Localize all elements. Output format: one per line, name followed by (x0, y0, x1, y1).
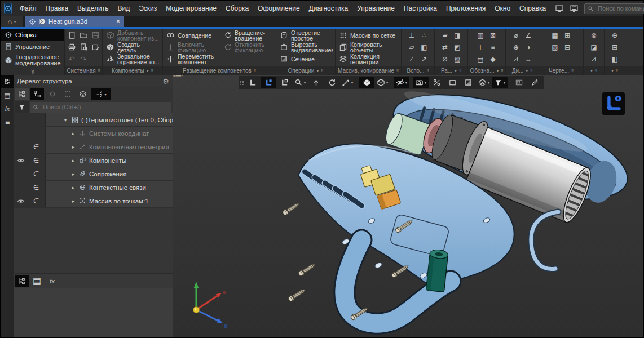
variables-panel-tab[interactable]: fx (1, 102, 14, 115)
tree-structure-view-button[interactable] (15, 88, 29, 100)
tool-icon[interactable]: ⊟ (561, 41, 574, 53)
clone-view-button[interactable] (445, 77, 460, 88)
home-tab-button[interactable]: ⌂ ▾ (1, 16, 23, 27)
cut-extrude-button[interactable]: Вырезать выдавливанием (278, 41, 333, 53)
tree-layers-button[interactable] (76, 88, 90, 100)
simple-hole-button[interactable]: Отверстие простое (278, 29, 333, 41)
tool-icon[interactable]: ◧ (608, 53, 621, 65)
teal-cylinder-part[interactable] (426, 249, 449, 292)
menu-applications[interactable]: Приложения (442, 1, 490, 16)
nose-ring-part[interactable] (531, 212, 558, 269)
menu-view[interactable]: Вид (113, 1, 134, 16)
geometry-collection-button[interactable]: Коллекция геометрии (337, 53, 399, 65)
tool-icon[interactable]: ▥ (474, 29, 487, 41)
group-label-extra-2[interactable]: ▾‼ (605, 66, 625, 75)
group-label-array[interactable]: Массив, копирование‼ (336, 66, 401, 75)
tree-row-layout-geometry[interactable]: ∈ ▸ Компоновочная геометрия (14, 140, 173, 154)
expand-icon[interactable]: ▸ (70, 144, 76, 150)
zoom-button[interactable]: ▾ (293, 77, 308, 88)
tool-icon[interactable]: ⊿ (510, 53, 522, 65)
menu-settings[interactable]: Настройка (399, 1, 442, 16)
tool-icon[interactable]: ◑ (522, 41, 535, 53)
rotate-view-button[interactable] (324, 77, 339, 88)
add-component-button[interactable]: Добавить компонент из... (104, 29, 161, 41)
tab-close-icon[interactable]: × (116, 17, 120, 25)
tool-icon[interactable]: ⊿ (587, 53, 601, 65)
tab-heat-gun[interactable]: Heat gun.a3d × (25, 16, 124, 27)
tool-icon[interactable]: ◧ (418, 41, 430, 53)
tree-grid-button[interactable] (60, 88, 74, 100)
menu-management[interactable]: Управление (352, 1, 399, 16)
tool-icon[interactable]: ↗ (418, 53, 430, 65)
enable-fixation-button[interactable]: Включить фиксацию (165, 41, 220, 53)
orient-up-button[interactable] (308, 77, 324, 88)
tree-row-coordinate-systems[interactable]: ▸ Системы координат (14, 127, 173, 140)
expand-icon[interactable]: ▸ (70, 131, 76, 136)
layers-button[interactable]: ▾ (477, 77, 492, 88)
group-label-auxiliary[interactable]: Вспо...‼ (402, 66, 434, 75)
tool-icon[interactable]: ⌀ (510, 29, 522, 41)
preview-button[interactable] (78, 41, 90, 53)
tree-search-input[interactable] (42, 103, 169, 111)
bottom-tab-spec[interactable]: ▤ (30, 275, 44, 287)
tree-display-options-button[interactable]: ▾ (91, 88, 111, 100)
tool-icon[interactable]: ⊕ (510, 41, 522, 53)
bottom-tab-variables[interactable]: fx (45, 275, 59, 287)
grid-array-button[interactable]: Массив по сетке (337, 29, 399, 41)
menu-sketch[interactable]: Эскиз (134, 1, 161, 16)
tree-relations-button[interactable] (45, 88, 59, 100)
move-component-button[interactable]: Переместить компонент (165, 53, 220, 65)
shaded-display-button[interactable] (359, 77, 374, 88)
tree-row-root[interactable]: ▾ (-)Термопистолет (Тел-0, Сборочных е (14, 113, 173, 127)
tool-icon[interactable]: ⊕ (608, 29, 621, 41)
menu-select[interactable]: Выделить (73, 1, 113, 16)
group-label-draft[interactable]: Черте...‼ (539, 66, 583, 75)
command-search-input[interactable] (597, 5, 644, 12)
expand-icon[interactable]: ▾ (63, 117, 68, 123)
hide-objects-button[interactable]: ▾ (394, 77, 409, 88)
wireframe-display-button[interactable]: ▾ (375, 77, 390, 88)
tree-row-context-links[interactable]: ∈ ▸ Контекстные связи (14, 181, 173, 194)
menu-assembly[interactable]: Сборка (221, 1, 253, 16)
open-document-button[interactable] (78, 29, 90, 41)
sketch-pencil-button[interactable] (527, 77, 542, 88)
group-label-system[interactable]: Системная‼ (65, 66, 102, 75)
save-button[interactable] (90, 29, 102, 41)
redo-button[interactable]: ↷ (78, 53, 90, 65)
screen-presets-icon[interactable] (568, 4, 580, 13)
tool-icon[interactable]: ⇄ (439, 41, 451, 53)
appearance-button[interactable] (461, 77, 476, 88)
tree-row-components[interactable]: ∈ ▸ Компоненты (14, 154, 173, 167)
tool-icon[interactable]: T (474, 41, 487, 53)
tool-icon[interactable]: ⊠ (487, 29, 499, 41)
tool-icon[interactable]: ↔ (522, 53, 535, 65)
tree-hierarchy-view-button[interactable] (30, 88, 44, 100)
menu-window[interactable]: Окно (490, 1, 515, 16)
eye-icon[interactable] (14, 157, 28, 164)
save-as-button[interactable] (90, 41, 102, 53)
command-search[interactable] (584, 3, 644, 14)
group-label-denotations[interactable]: Обозна...▾‼ (468, 66, 505, 75)
tool-icon[interactable]: ▦ (549, 29, 561, 41)
bottom-tab-tree[interactable] (15, 275, 29, 287)
menu-layout[interactable]: Оформление (253, 1, 304, 16)
tree-row-point-array[interactable]: ∈ ▸ Массив по точкам:1 (14, 194, 173, 208)
tool-icon[interactable]: ⊞ (561, 29, 574, 41)
tool-icon[interactable]: ⊘ (439, 53, 451, 65)
create-part-button[interactable]: Создать деталь (104, 41, 161, 53)
group-label-components[interactable]: Компоненты▾‼ (103, 66, 162, 75)
eye-icon[interactable] (14, 197, 28, 205)
tool-icon[interactable]: ◩ (451, 41, 464, 53)
filter-objects-button[interactable]: ▾ (492, 77, 508, 88)
group-label-di[interactable]: Ди...▾‼ (506, 66, 539, 75)
section-view-button[interactable]: ▾ (413, 77, 429, 88)
tool-icon[interactable]: ∴ (418, 29, 430, 41)
group-label-operations[interactable]: Операции▾‼ (276, 66, 335, 75)
tree-row-mates[interactable]: ∈ ▸ Сопряжения (14, 167, 173, 181)
tool-icon[interactable]: ⊞ (608, 41, 621, 53)
expand-icon[interactable]: ▸ (70, 158, 76, 163)
tool-icon[interactable]: ∕ (405, 53, 418, 65)
undo-button[interactable]: ↶ (66, 53, 78, 65)
tool-icon[interactable]: ◨ (451, 29, 464, 41)
tool-icon[interactable]: ⊥ (405, 29, 418, 41)
